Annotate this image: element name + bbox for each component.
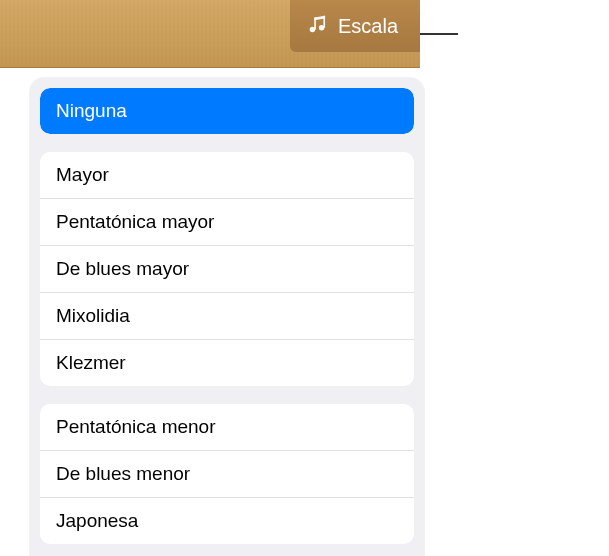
scale-option-none[interactable]: Ninguna [40, 88, 414, 134]
scale-button-label: Escala [338, 15, 398, 38]
scale-option[interactable]: Klezmer [40, 340, 414, 386]
scale-popover: Ninguna Mayor Pentatónica mayor De blues… [30, 78, 424, 556]
scale-option[interactable]: Mixolidia [40, 293, 414, 340]
music-notes-icon [306, 13, 328, 39]
scale-option[interactable]: Mayor [40, 152, 414, 199]
scale-option[interactable]: Pentatónica mayor [40, 199, 414, 246]
scale-option[interactable]: Pentatónica menor [40, 404, 414, 451]
scale-group-none: Ninguna [40, 88, 414, 134]
scale-option[interactable]: De blues mayor [40, 246, 414, 293]
scale-option[interactable]: De blues menor [40, 451, 414, 498]
scale-button[interactable]: Escala [290, 0, 420, 52]
scale-group-major: Mayor Pentatónica mayor De blues mayor M… [40, 152, 414, 386]
callout-line [420, 33, 458, 35]
scale-group-minor: Pentatónica menor De blues menor Japones… [40, 404, 414, 544]
scale-option[interactable]: Japonesa [40, 498, 414, 544]
instrument-top-bar: Escala [0, 0, 420, 68]
